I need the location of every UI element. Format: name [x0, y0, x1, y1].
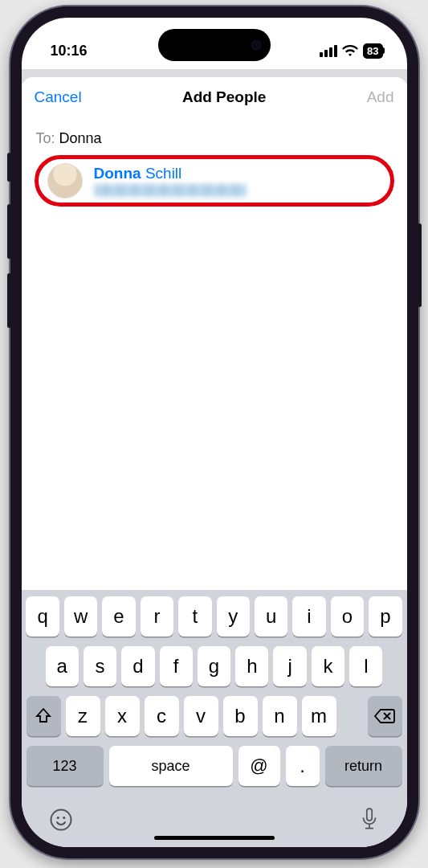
add-button[interactable]: Add — [367, 88, 394, 106]
avatar — [47, 163, 83, 199]
wifi-icon — [342, 44, 358, 57]
modal-title: Add People — [182, 88, 267, 106]
contact-name: Donna Schill — [94, 165, 247, 182]
keyboard-row-1: qwertyuiop — [26, 596, 402, 637]
backspace-key[interactable] — [368, 696, 402, 736]
key-d[interactable]: d — [121, 646, 154, 686]
key-j[interactable]: j — [273, 646, 306, 686]
key-a[interactable]: a — [46, 646, 79, 686]
key-r[interactable]: r — [141, 596, 173, 637]
contact-suggestion-wrap: Donna Schill — [22, 155, 407, 207]
svg-point-1 — [56, 817, 59, 819]
volume-up-button — [7, 204, 11, 259]
power-button — [418, 223, 422, 307]
contact-detail-redacted — [94, 184, 247, 197]
key-v[interactable]: v — [184, 696, 218, 736]
to-field[interactable]: To: Donna — [22, 117, 407, 155]
key-y[interactable]: y — [217, 596, 250, 637]
status-time: 10:16 — [51, 43, 88, 59]
silence-switch — [7, 153, 11, 182]
key-s[interactable]: s — [84, 646, 116, 686]
at-key[interactable]: @ — [238, 746, 280, 786]
keyboard-row-3: zxcvbnm — [26, 696, 402, 736]
key-c[interactable]: c — [145, 696, 179, 736]
key-h[interactable]: h — [235, 646, 268, 686]
contact-first-name: Donna — [94, 165, 141, 182]
battery-indicator: 83 — [363, 43, 382, 59]
key-n[interactable]: n — [263, 696, 297, 736]
screen: 10:16 83 Cancel Add People Add To: Donna — [22, 18, 407, 847]
svg-point-2 — [63, 817, 65, 819]
key-q[interactable]: q — [26, 596, 59, 637]
shift-key[interactable] — [26, 696, 61, 736]
key-k[interactable]: k — [312, 646, 344, 686]
key-e[interactable]: e — [102, 596, 135, 637]
key-o[interactable]: o — [331, 596, 364, 637]
keyboard-row-4: 123 space @ . return — [26, 746, 402, 786]
key-g[interactable]: g — [198, 646, 230, 686]
emoji-icon[interactable] — [49, 808, 73, 835]
cellular-icon — [320, 45, 337, 57]
space-key[interactable]: space — [109, 746, 233, 786]
dynamic-island — [158, 29, 271, 61]
mic-icon[interactable] — [359, 807, 380, 836]
contact-last-name: Schill — [145, 165, 181, 182]
key-i[interactable]: i — [292, 596, 325, 637]
phone-frame: 10:16 83 Cancel Add People Add To: Donna — [10, 6, 418, 858]
key-x[interactable]: x — [105, 696, 140, 736]
key-b[interactable]: b — [223, 696, 258, 736]
key-u[interactable]: u — [255, 596, 287, 637]
svg-rect-3 — [366, 809, 371, 821]
svg-point-0 — [51, 810, 71, 830]
keyboard-row-2: asdfghjkl — [26, 646, 402, 686]
keyboard: qwertyuiop asdfghjkl zxcvbnm 123 space @… — [22, 590, 407, 847]
cancel-button[interactable]: Cancel — [35, 88, 82, 106]
key-m[interactable]: m — [302, 696, 336, 736]
to-input-value: Donna — [59, 130, 102, 146]
numbers-key[interactable]: 123 — [26, 746, 104, 786]
key-p[interactable]: p — [369, 596, 402, 637]
contact-suggestion[interactable]: Donna Schill — [33, 155, 396, 207]
modal-header: Cancel Add People Add — [22, 77, 407, 117]
key-t[interactable]: t — [178, 596, 211, 637]
home-indicator[interactable] — [154, 836, 275, 840]
key-l[interactable]: l — [349, 646, 382, 686]
volume-down-button — [7, 273, 11, 328]
key-w[interactable]: w — [64, 596, 97, 637]
return-key[interactable]: return — [325, 746, 402, 786]
key-z[interactable]: z — [66, 696, 100, 736]
key-f[interactable]: f — [160, 646, 193, 686]
dot-key[interactable]: . — [286, 746, 320, 786]
to-label: To: — [36, 130, 55, 146]
